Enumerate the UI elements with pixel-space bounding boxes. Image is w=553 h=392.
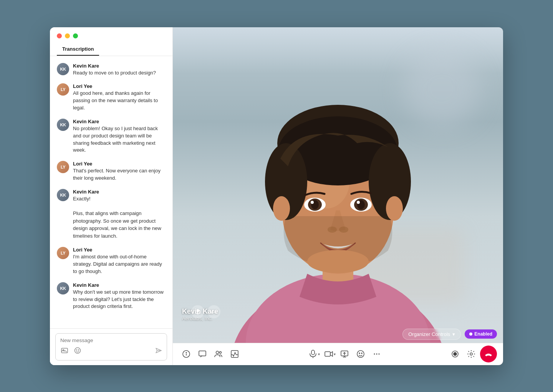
- svg-point-36: [220, 352, 222, 354]
- message-text: Ready to move on to product design?: [73, 69, 166, 77]
- svg-point-28: [386, 196, 403, 221]
- close-button[interactable]: [57, 33, 62, 38]
- svg-point-19: [311, 201, 314, 204]
- tab-bar: Transcription: [50, 43, 172, 56]
- minimize-button[interactable]: [65, 33, 70, 38]
- organizer-controls-label: Organizer Controls: [408, 331, 450, 337]
- svg-rect-38: [311, 350, 315, 355]
- svg-point-44: [357, 351, 364, 357]
- end-call-button[interactable]: [480, 346, 497, 362]
- svg-point-35: [216, 351, 219, 354]
- message-continuation: Plus, that aligns with campaign photogra…: [73, 210, 166, 240]
- avatar: LY: [57, 247, 69, 259]
- svg-point-47: [374, 354, 375, 355]
- message-text: Why don't we set up more time tomorrow t…: [73, 289, 166, 311]
- svg-point-33: [186, 352, 187, 353]
- message-content: Kevin Kare Why don't we set up more time…: [73, 282, 166, 311]
- record-button[interactable]: [448, 347, 462, 361]
- message-sender: Kevin Kare: [73, 119, 166, 124]
- message-input-box: [55, 333, 167, 361]
- message-text: Plus, that aligns with campaign photogra…: [73, 210, 161, 239]
- message-item: KK Kevin Kare Why don't we set up more t…: [57, 282, 166, 311]
- tab-transcription[interactable]: Transcription: [57, 43, 99, 56]
- camera-dropdown-arrow[interactable]: ▾: [334, 352, 336, 356]
- message-sender: Kevin Kare: [73, 189, 166, 195]
- chat-button[interactable]: [195, 347, 210, 361]
- people-button[interactable]: [211, 347, 226, 361]
- svg-point-3: [76, 349, 77, 350]
- toolbar-center-group: ▾ ▾: [306, 347, 384, 361]
- avatar: KK: [57, 63, 69, 75]
- more-button[interactable]: [369, 347, 384, 361]
- svg-point-45: [359, 353, 360, 354]
- enabled-badge: Enabled: [465, 329, 497, 339]
- message-content: Lori Yee I'm almost done with out-of-hom…: [73, 247, 166, 275]
- message-text: That's perfect. Now everyone can enjoy t…: [73, 167, 166, 182]
- svg-point-23: [357, 201, 360, 204]
- message-content: Kevin Kare Ready to move on to product d…: [73, 63, 166, 77]
- input-actions: [60, 346, 162, 356]
- avatar: LY: [57, 161, 69, 173]
- message-input[interactable]: [60, 337, 162, 343]
- video-area: Kevin Kare Aerolabs, Inc. ⋯: [173, 27, 503, 343]
- message-text: No problem! Okay so I just heard back an…: [73, 125, 166, 154]
- message-text: Exactly!: [73, 195, 166, 203]
- message-sender: Lori Yee: [73, 247, 166, 253]
- svg-point-26: [307, 250, 369, 273]
- settings-button[interactable]: [464, 347, 478, 361]
- svg-rect-40: [325, 352, 330, 356]
- toolbar-right-group: [448, 346, 497, 362]
- inbox-button[interactable]: [227, 347, 242, 361]
- enabled-label: Enabled: [474, 331, 492, 337]
- transcription-list: KK Kevin Kare Ready to move on to produc…: [50, 56, 172, 328]
- organizer-bar: Organizer Controls ▾ Enabled: [402, 329, 497, 340]
- window-controls: [50, 27, 172, 43]
- speaker-info: Kevin Kare Aerolabs, Inc. ⋯: [182, 308, 218, 321]
- speaker-controls: ⋯: [191, 305, 220, 318]
- svg-point-49: [379, 354, 380, 355]
- send-button[interactable]: [155, 347, 162, 356]
- svg-point-48: [376, 354, 377, 355]
- svg-point-46: [361, 353, 362, 354]
- bottom-toolbar: ▾ ▾: [173, 343, 503, 365]
- message-item: LY Lori Yee All good here, and thanks ag…: [57, 83, 166, 112]
- organizer-controls-dropdown[interactable]: Organizer Controls ▾: [402, 329, 461, 340]
- reactions-button[interactable]: [353, 347, 368, 361]
- message-sender: Kevin Kare: [73, 63, 166, 69]
- message-content: Kevin Kare Exactly!: [73, 189, 166, 203]
- info-button[interactable]: [179, 347, 194, 361]
- message-item: LY Lori Yee I'm almost done with out-of-…: [57, 247, 166, 275]
- speaker-more-button[interactable]: ⋯: [207, 305, 220, 318]
- enabled-dot: [469, 332, 472, 336]
- svg-rect-34: [199, 351, 206, 356]
- message-content: Lori Yee That's perfect. Now everyone ca…: [73, 161, 166, 182]
- mic-with-arrow: ▾: [306, 347, 320, 361]
- emoji-button[interactable]: [73, 346, 82, 356]
- message-item: LY Lori Yee That's perfect. Now everyone…: [57, 161, 166, 182]
- message-item: KK Kevin Kare No problem! Okay so I just…: [57, 119, 166, 154]
- toolbar-left-group: [179, 347, 242, 361]
- image-attach-button[interactable]: [60, 346, 69, 356]
- screen-share-button[interactable]: [337, 347, 352, 361]
- svg-point-2: [75, 347, 81, 353]
- message-content: Kevin Kare No problem! Okay so I just he…: [73, 119, 166, 154]
- speaker-mic-button[interactable]: [191, 305, 204, 318]
- svg-rect-29: [197, 309, 199, 313]
- left-panel: Transcription KK Kevin Kare Ready to mov…: [50, 27, 173, 365]
- svg-point-4: [78, 349, 79, 350]
- message-sender: Kevin Kare: [73, 282, 166, 288]
- avatar: LY: [57, 83, 69, 96]
- maximize-button[interactable]: [73, 33, 78, 38]
- avatar: KK: [57, 119, 69, 131]
- avatar: KK: [57, 189, 69, 201]
- app-window: Transcription KK Kevin Kare Ready to mov…: [50, 27, 503, 365]
- input-icons: [60, 346, 82, 356]
- camera-with-arrow: ▾: [321, 347, 336, 361]
- message-sender: Lori Yee: [73, 83, 166, 89]
- message-content: Lori Yee All good here, and thanks again…: [73, 83, 166, 112]
- message-item: KK Kevin Kare Exactly!: [57, 189, 166, 203]
- message-text: I'm almost done with out-of-home strateg…: [73, 253, 166, 275]
- mic-dropdown-arrow[interactable]: ▾: [318, 352, 320, 356]
- svg-point-52: [470, 353, 472, 355]
- right-panel: Kevin Kare Aerolabs, Inc. ⋯: [173, 27, 503, 365]
